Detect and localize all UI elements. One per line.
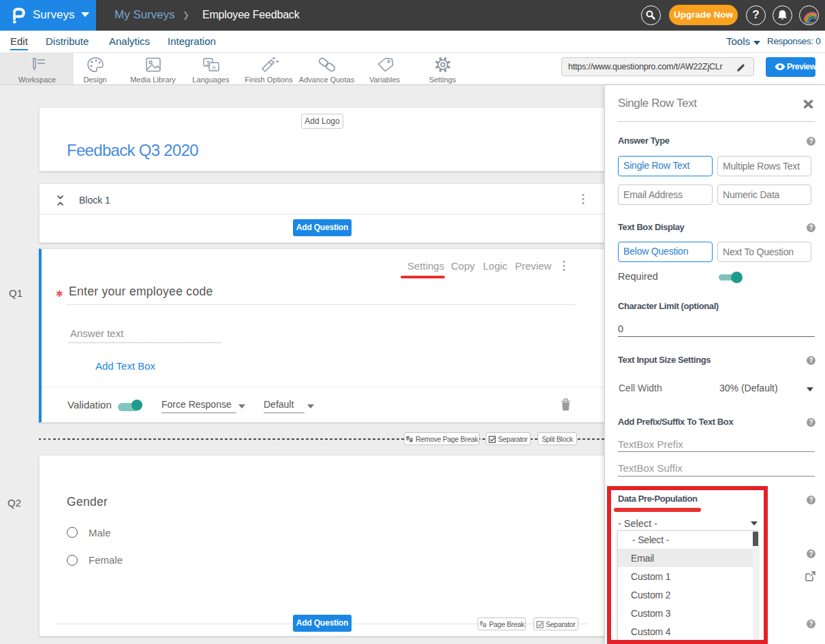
svg-text:A: A — [211, 64, 215, 71]
svg-text:文: 文 — [205, 60, 211, 66]
